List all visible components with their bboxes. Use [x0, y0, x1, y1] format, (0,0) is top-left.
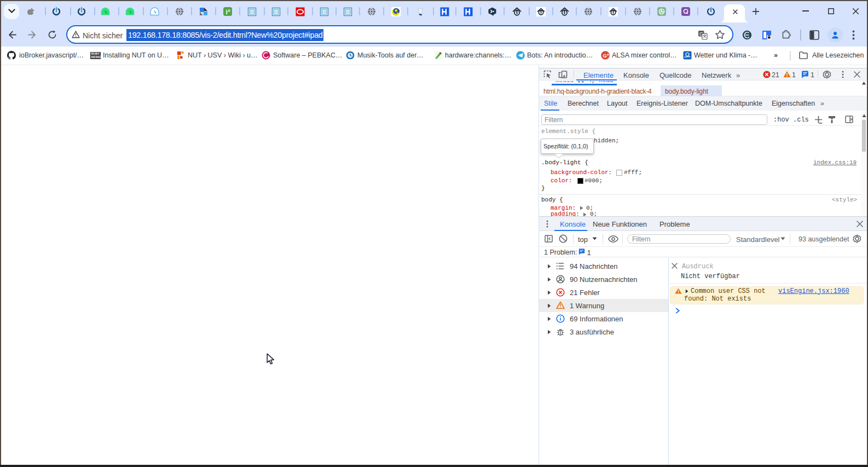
svg-text:G: G [603, 53, 607, 59]
